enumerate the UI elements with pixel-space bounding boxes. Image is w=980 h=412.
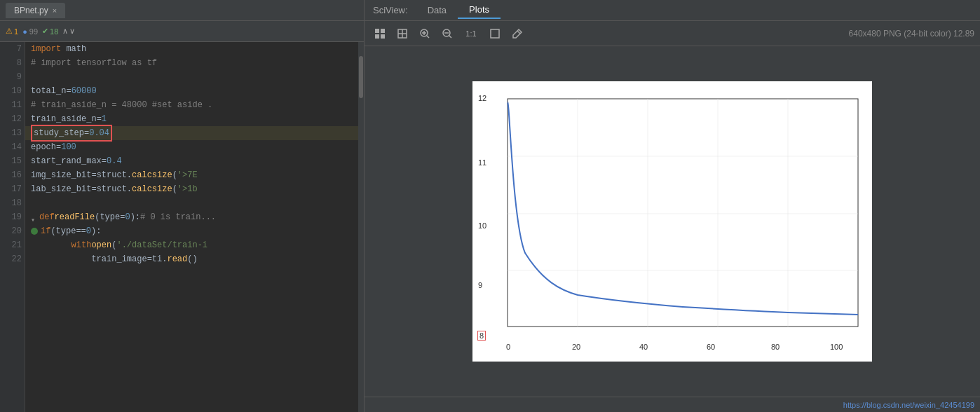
- info-circle-icon: ●: [22, 27, 27, 36]
- code-line-12: train_aside_n = 1: [25, 112, 358, 126]
- code-line-19: ▾ def readFile(type=0): # 0 is train...: [25, 210, 358, 224]
- code-line-22: train_image = ti.read(): [25, 252, 358, 266]
- ln-16: 16: [3, 168, 22, 182]
- ln-13: 13: [3, 126, 22, 140]
- sciview-panel: SciView: Data Plots: [365, 0, 980, 412]
- ln-11: 11: [3, 98, 22, 112]
- code-line-10: total_n = 60000: [25, 84, 358, 98]
- chart-svg: [504, 95, 862, 341]
- ok-icon: ✔: [42, 27, 48, 36]
- pick-color-button[interactable]: [508, 24, 527, 43]
- code-line-18: [25, 196, 358, 210]
- svg-rect-1: [381, 29, 385, 33]
- editor-tab-bar: BPnet.py ×: [0, 0, 364, 21]
- zoom-in-button[interactable]: [415, 24, 435, 43]
- code-line-9: [25, 70, 358, 84]
- x-label-20: 20: [572, 343, 580, 351]
- y-label-9: 9: [478, 281, 482, 289]
- ok-indicator: ✔ 18: [42, 27, 58, 36]
- svg-line-8: [427, 35, 430, 38]
- svg-rect-0: [375, 29, 379, 33]
- ln-14: 14: [3, 140, 22, 154]
- editor-toolbar: ⚠ 1 ● 99 ✔ 18 ∧ ∨: [0, 21, 364, 42]
- sciview-content: 12 11 10 9 8 0 20 40 60 80 100: [365, 46, 980, 397]
- ln-22: 22: [3, 252, 22, 266]
- fold-icon-19[interactable]: ▾: [31, 214, 38, 221]
- code-line-7: import math: [25, 42, 358, 56]
- line-numbers: 7 8 9 10 11 12 13 14 15 16 17 18 19 20 2…: [0, 42, 25, 412]
- x-label-100: 100: [830, 343, 843, 351]
- ln-17: 17: [3, 182, 22, 196]
- x-label-60: 60: [707, 343, 715, 351]
- x-label-40: 40: [639, 343, 648, 351]
- ln-18: 18: [3, 196, 22, 210]
- sciview-tab-bar: SciView: Data Plots: [365, 0, 980, 21]
- y-label-8-highlight: 8: [477, 331, 486, 341]
- ln-19: 19: [3, 210, 22, 224]
- y-label-10: 10: [478, 221, 486, 230]
- code-lines: import math # import tensorflow as tf to…: [25, 42, 358, 412]
- ln-8: 8: [3, 56, 22, 70]
- code-line-21: with open('./dataSet/train-i: [25, 238, 358, 252]
- x-label-80: 80: [771, 343, 780, 351]
- y-label-11: 11: [478, 158, 486, 167]
- warning-icon: ⚠: [6, 27, 13, 36]
- ln-21: 21: [3, 238, 22, 252]
- grid4-button[interactable]: [370, 24, 390, 43]
- svg-rect-16: [508, 99, 858, 327]
- code-area: 7 8 9 10 11 12 13 14 15 16 17 18 19 20 2…: [0, 42, 364, 412]
- y-label-12: 12: [478, 94, 486, 102]
- code-line-16: img_size_bit = struct.calcsize('>7E: [25, 168, 358, 182]
- svg-rect-2: [375, 34, 379, 39]
- code-line-11: # train_aside_n = 48000 #set aside .: [25, 98, 358, 112]
- code-line-14: epoch = 100: [25, 140, 358, 154]
- chart-container: 12 11 10 9 8 0 20 40 60 80 100: [472, 81, 872, 362]
- fit-button[interactable]: [485, 24, 505, 43]
- code-line-20: if (type == 0):: [25, 224, 358, 238]
- footer-url-bar: https://blog.csdn.net/weixin_42454199: [365, 397, 980, 412]
- ln-10: 10: [3, 84, 22, 98]
- ln-12: 12: [3, 112, 22, 126]
- info-count: ● 99: [22, 27, 38, 36]
- tab-filename: BPnet.py: [14, 6, 48, 15]
- code-line-17: lab_size_bit = struct.calcsize('>1b: [25, 182, 358, 196]
- ln-20: 20: [3, 224, 22, 238]
- warning-indicator: ⚠ 1: [6, 27, 18, 36]
- close-tab-icon[interactable]: ×: [53, 6, 57, 15]
- sciview-toolbar: 1:1 640x480 PNG (24-bit color) 12.89: [365, 21, 980, 46]
- grid1-button[interactable]: [393, 24, 412, 43]
- svg-line-12: [449, 35, 452, 38]
- editor-tab-bpnet[interactable]: BPnet.py ×: [6, 3, 65, 18]
- debug-breakpoint-icon[interactable]: [31, 228, 38, 235]
- warning-count: 1: [14, 27, 18, 36]
- zoom-out-button[interactable]: [437, 24, 457, 43]
- arrow-down-icon[interactable]: ∨: [69, 27, 75, 36]
- svg-rect-3: [381, 34, 385, 39]
- editor-scrollbar[interactable]: [358, 42, 364, 412]
- sciview-label: SciView:: [373, 5, 408, 15]
- reset-zoom-button[interactable]: 1:1: [460, 24, 482, 43]
- scrollbar-thumb[interactable]: [359, 56, 363, 98]
- x-label-0: 0: [506, 343, 510, 351]
- image-info: 640x480 PNG (24-bit color) 12.89: [849, 29, 974, 39]
- ok-count: 18: [50, 27, 58, 36]
- editor-panel: BPnet.py × ⚠ 1 ● 99 ✔ 18 ∧ ∨ 7 8 9 10 11: [0, 0, 365, 412]
- code-line-13: study_step = 0.04: [25, 126, 358, 140]
- svg-rect-14: [491, 29, 499, 38]
- ln-15: 15: [3, 154, 22, 168]
- footer-url-text: https://blog.csdn.net/weixin_42454199: [843, 401, 974, 409]
- svg-line-15: [517, 31, 520, 34]
- tab-data[interactable]: Data: [416, 2, 458, 18]
- ln-7: 7: [3, 42, 22, 56]
- code-line-8: # import tensorflow as tf: [25, 56, 358, 70]
- code-line-15: start_rand_max = 0.4: [25, 154, 358, 168]
- ln-9: 9: [3, 70, 22, 84]
- arrow-up-icon[interactable]: ∧: [62, 27, 68, 36]
- nav-arrows[interactable]: ∧ ∨: [62, 27, 75, 36]
- keyword-import: import: [31, 42, 61, 56]
- tab-plots[interactable]: Plots: [458, 1, 501, 19]
